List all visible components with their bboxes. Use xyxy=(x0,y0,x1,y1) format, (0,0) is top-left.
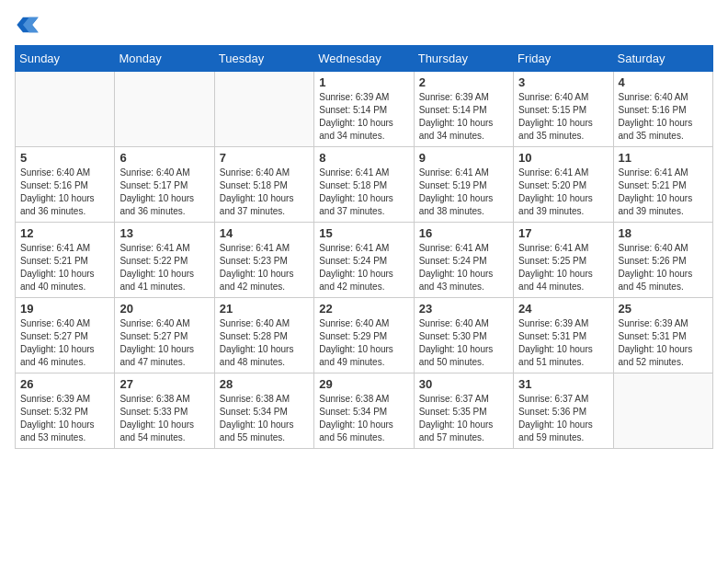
day-info: Sunrise: 6:40 AMSunset: 5:16 PMDaylight:… xyxy=(619,91,708,143)
day-header-wednesday: Wednesday xyxy=(314,46,414,72)
day-number: 7 xyxy=(220,151,309,165)
day-info: Sunrise: 6:41 AMSunset: 5:23 PMDaylight:… xyxy=(220,242,309,293)
day-cell: 3Sunrise: 6:40 AMSunset: 5:15 PMDaylight… xyxy=(514,72,613,147)
day-header-friday: Friday xyxy=(514,46,613,72)
day-header-thursday: Thursday xyxy=(414,46,513,72)
day-cell xyxy=(16,72,115,147)
day-info: Sunrise: 6:41 AMSunset: 5:21 PMDaylight:… xyxy=(20,242,109,293)
day-info: Sunrise: 6:39 AMSunset: 5:32 PMDaylight:… xyxy=(20,393,109,444)
day-info: Sunrise: 6:40 AMSunset: 5:27 PMDaylight:… xyxy=(119,317,209,369)
day-cell: 20Sunrise: 6:40 AMSunset: 5:27 PMDayligh… xyxy=(115,298,214,373)
day-info: Sunrise: 6:37 AMSunset: 5:36 PMDaylight:… xyxy=(518,393,608,444)
day-cell: 15Sunrise: 6:41 AMSunset: 5:24 PMDayligh… xyxy=(314,223,414,298)
day-info: Sunrise: 6:39 AMSunset: 5:14 PMDaylight:… xyxy=(319,91,408,143)
day-number: 13 xyxy=(119,226,209,240)
day-info: Sunrise: 6:41 AMSunset: 5:24 PMDaylight:… xyxy=(319,242,408,293)
day-number: 18 xyxy=(619,226,708,240)
day-cell xyxy=(115,72,214,147)
day-number: 2 xyxy=(419,75,508,89)
day-info: Sunrise: 6:40 AMSunset: 5:18 PMDaylight:… xyxy=(220,167,309,218)
day-number: 20 xyxy=(119,302,209,316)
day-cell: 24Sunrise: 6:39 AMSunset: 5:31 PMDayligh… xyxy=(514,298,613,373)
day-info: Sunrise: 6:41 AMSunset: 5:21 PMDaylight:… xyxy=(619,167,708,218)
day-info: Sunrise: 6:40 AMSunset: 5:29 PMDaylight:… xyxy=(319,317,408,369)
day-cell: 2Sunrise: 6:39 AMSunset: 5:14 PMDaylight… xyxy=(414,72,513,147)
day-number: 26 xyxy=(20,377,109,391)
day-info: Sunrise: 6:38 AMSunset: 5:34 PMDaylight:… xyxy=(319,393,408,444)
day-number: 15 xyxy=(319,226,408,240)
day-number: 10 xyxy=(518,151,608,165)
day-number: 3 xyxy=(518,75,608,89)
day-number: 11 xyxy=(619,151,708,165)
day-info: Sunrise: 6:41 AMSunset: 5:24 PMDaylight:… xyxy=(419,242,508,293)
day-info: Sunrise: 6:41 AMSunset: 5:19 PMDaylight:… xyxy=(419,167,508,218)
day-cell: 23Sunrise: 6:40 AMSunset: 5:30 PMDayligh… xyxy=(414,298,513,373)
day-cell: 31Sunrise: 6:37 AMSunset: 5:36 PMDayligh… xyxy=(514,373,613,449)
day-cell: 21Sunrise: 6:40 AMSunset: 5:28 PMDayligh… xyxy=(214,298,313,373)
day-info: Sunrise: 6:40 AMSunset: 5:17 PMDaylight:… xyxy=(119,167,209,218)
day-cell: 8Sunrise: 6:41 AMSunset: 5:18 PMDaylight… xyxy=(314,147,414,223)
day-info: Sunrise: 6:40 AMSunset: 5:27 PMDaylight:… xyxy=(20,317,109,369)
day-info: Sunrise: 6:40 AMSunset: 5:15 PMDaylight:… xyxy=(518,91,608,143)
day-header-tuesday: Tuesday xyxy=(214,46,313,72)
day-number: 27 xyxy=(119,377,209,391)
day-number: 17 xyxy=(518,226,608,240)
day-info: Sunrise: 6:41 AMSunset: 5:20 PMDaylight:… xyxy=(518,167,608,218)
day-cell: 7Sunrise: 6:40 AMSunset: 5:18 PMDaylight… xyxy=(214,147,313,223)
day-info: Sunrise: 6:39 AMSunset: 5:31 PMDaylight:… xyxy=(619,317,708,369)
day-number: 6 xyxy=(119,151,209,165)
day-info: Sunrise: 6:41 AMSunset: 5:25 PMDaylight:… xyxy=(518,242,608,293)
day-cell: 26Sunrise: 6:39 AMSunset: 5:32 PMDayligh… xyxy=(16,373,115,449)
day-cell: 18Sunrise: 6:40 AMSunset: 5:26 PMDayligh… xyxy=(613,223,712,298)
day-info: Sunrise: 6:40 AMSunset: 5:16 PMDaylight:… xyxy=(20,167,109,218)
day-cell: 29Sunrise: 6:38 AMSunset: 5:34 PMDayligh… xyxy=(314,373,414,449)
day-cell: 5Sunrise: 6:40 AMSunset: 5:16 PMDaylight… xyxy=(16,147,115,223)
day-number: 31 xyxy=(518,377,608,391)
logo-icon xyxy=(15,16,40,34)
week-row-3: 12Sunrise: 6:41 AMSunset: 5:21 PMDayligh… xyxy=(16,223,713,298)
day-number: 19 xyxy=(20,302,109,316)
day-info: Sunrise: 6:41 AMSunset: 5:22 PMDaylight:… xyxy=(119,242,209,293)
day-number: 8 xyxy=(319,151,408,165)
day-cell: 25Sunrise: 6:39 AMSunset: 5:31 PMDayligh… xyxy=(613,298,712,373)
day-number: 5 xyxy=(20,151,109,165)
day-number: 23 xyxy=(419,302,508,316)
day-number: 21 xyxy=(220,302,309,316)
day-number: 29 xyxy=(319,377,408,391)
day-cell: 17Sunrise: 6:41 AMSunset: 5:25 PMDayligh… xyxy=(514,223,613,298)
day-number: 9 xyxy=(419,151,508,165)
day-info: Sunrise: 6:41 AMSunset: 5:18 PMDaylight:… xyxy=(319,167,408,218)
day-header-monday: Monday xyxy=(115,46,214,72)
day-header-saturday: Saturday xyxy=(613,46,712,72)
week-row-2: 5Sunrise: 6:40 AMSunset: 5:16 PMDaylight… xyxy=(16,147,713,223)
day-number: 28 xyxy=(220,377,309,391)
page-header xyxy=(15,15,713,34)
day-info: Sunrise: 6:38 AMSunset: 5:33 PMDaylight:… xyxy=(119,393,209,444)
day-number: 1 xyxy=(319,75,408,89)
week-row-5: 26Sunrise: 6:39 AMSunset: 5:32 PMDayligh… xyxy=(16,373,713,449)
day-info: Sunrise: 6:37 AMSunset: 5:35 PMDaylight:… xyxy=(419,393,508,444)
day-cell: 11Sunrise: 6:41 AMSunset: 5:21 PMDayligh… xyxy=(613,147,712,223)
day-cell: 28Sunrise: 6:38 AMSunset: 5:34 PMDayligh… xyxy=(214,373,313,449)
day-cell: 16Sunrise: 6:41 AMSunset: 5:24 PMDayligh… xyxy=(414,223,513,298)
day-number: 30 xyxy=(419,377,508,391)
day-number: 22 xyxy=(319,302,408,316)
day-number: 4 xyxy=(619,75,708,89)
day-info: Sunrise: 6:40 AMSunset: 5:26 PMDaylight:… xyxy=(619,242,708,293)
day-cell: 9Sunrise: 6:41 AMSunset: 5:19 PMDaylight… xyxy=(414,147,513,223)
calendar-table: SundayMondayTuesdayWednesdayThursdayFrid… xyxy=(15,45,713,449)
day-cell: 10Sunrise: 6:41 AMSunset: 5:20 PMDayligh… xyxy=(514,147,613,223)
day-info: Sunrise: 6:39 AMSunset: 5:14 PMDaylight:… xyxy=(419,91,508,143)
week-row-1: 1Sunrise: 6:39 AMSunset: 5:14 PMDaylight… xyxy=(16,72,713,147)
day-header-sunday: Sunday xyxy=(16,46,115,72)
day-info: Sunrise: 6:40 AMSunset: 5:30 PMDaylight:… xyxy=(419,317,508,369)
calendar-header: SundayMondayTuesdayWednesdayThursdayFrid… xyxy=(16,46,713,72)
day-number: 14 xyxy=(220,226,309,240)
day-cell: 1Sunrise: 6:39 AMSunset: 5:14 PMDaylight… xyxy=(314,72,414,147)
day-cell: 30Sunrise: 6:37 AMSunset: 5:35 PMDayligh… xyxy=(414,373,513,449)
day-number: 12 xyxy=(20,226,109,240)
calendar-body: 1Sunrise: 6:39 AMSunset: 5:14 PMDaylight… xyxy=(16,72,713,449)
day-number: 24 xyxy=(518,302,608,316)
day-cell: 27Sunrise: 6:38 AMSunset: 5:33 PMDayligh… xyxy=(115,373,214,449)
day-number: 16 xyxy=(419,226,508,240)
